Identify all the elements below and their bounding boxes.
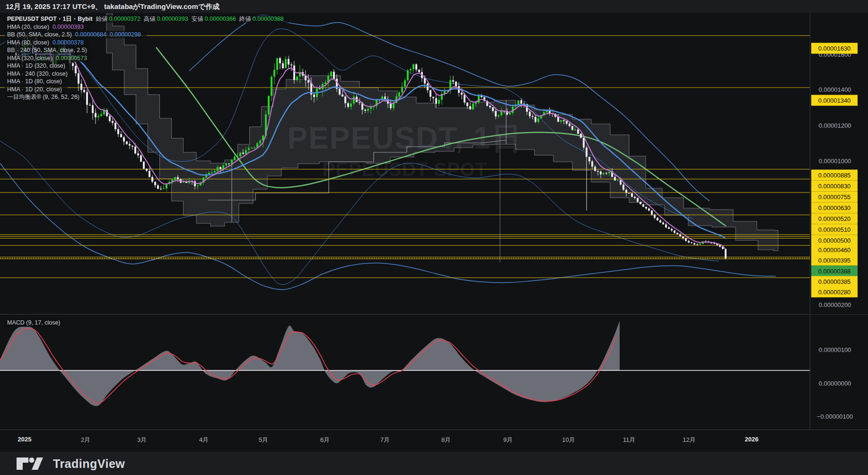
alert-price-tag[interactable]: 0.00001340 bbox=[811, 95, 858, 106]
candle-body bbox=[129, 144, 131, 145]
candle-body bbox=[532, 116, 534, 117]
candle-body bbox=[560, 120, 562, 122]
date-tick[interactable]: 8月 bbox=[441, 436, 451, 444]
candle-body bbox=[676, 233, 678, 234]
legend-row-0[interactable]: PEPEUSDT SPOT・1日・Bybit始値0.00000372高値0.00… bbox=[5, 15, 289, 23]
price-axis[interactable]: 0.000016000.000014000.000012000.00001000… bbox=[810, 13, 868, 430]
date-tick[interactable]: 11月 bbox=[623, 436, 636, 444]
legend-segment: 0.00000684 bbox=[75, 31, 106, 38]
current-price-tag[interactable]: 0.00000388 bbox=[811, 266, 858, 277]
legend-row-2[interactable]: BB (50, SMA, close, 2.5)0.000006840.0000… bbox=[5, 31, 289, 39]
legend-segment: 終値 bbox=[239, 16, 251, 22]
legend-segment: 高値 bbox=[144, 16, 156, 22]
candle-body bbox=[671, 229, 673, 230]
date-tick[interactable]: 10月 bbox=[562, 436, 575, 444]
date-axis[interactable]: 20252月3月4月5月6月7月8月9月10月11月12月2026 bbox=[0, 430, 868, 452]
candle-body bbox=[495, 111, 497, 117]
candle-body bbox=[157, 185, 159, 189]
price-tick: 0.00000100 bbox=[812, 346, 858, 353]
candle-body bbox=[418, 70, 420, 72]
candle-body bbox=[537, 118, 539, 122]
macd-area bbox=[0, 321, 620, 406]
alert-price-tag[interactable]: 0.00000395 bbox=[811, 255, 858, 266]
alert-price-tag[interactable]: 0.00000885 bbox=[811, 170, 858, 181]
candle-body bbox=[404, 80, 406, 87]
candle-body bbox=[571, 126, 573, 130]
alert-price-tag[interactable]: 0.00000630 bbox=[811, 202, 858, 213]
candle-body bbox=[239, 153, 241, 157]
legend-row-10[interactable]: 一目均衡表® (9, 26, 52, 26) bbox=[5, 93, 289, 101]
candle-body bbox=[197, 185, 199, 186]
legend-row-5[interactable]: HMA (320, close)0.00000573 bbox=[5, 54, 289, 62]
candle-body bbox=[143, 162, 145, 169]
date-tick[interactable]: 6月 bbox=[320, 436, 330, 444]
candle-body bbox=[163, 188, 165, 189]
macd-legend[interactable]: MACD (9, 17, close) bbox=[5, 319, 63, 326]
date-tick[interactable]: 12月 bbox=[683, 436, 695, 444]
alert-price-tag[interactable]: 0.00000830 bbox=[811, 181, 858, 192]
candle-body bbox=[427, 84, 429, 90]
candle-body bbox=[398, 92, 400, 97]
candle-body bbox=[657, 218, 658, 220]
legend-row-4[interactable]: BB · 240 (50, SMA, close, 2.5) bbox=[5, 46, 289, 54]
alert-price-tag[interactable]: 0.00000520 bbox=[811, 213, 858, 224]
candle-body bbox=[225, 163, 227, 165]
candle-body bbox=[696, 245, 698, 245]
legend-row-9[interactable]: HMA · 1D (20, close) bbox=[5, 86, 289, 94]
candle-body bbox=[438, 100, 440, 104]
alert-price-tag[interactable]: 0.00000280 bbox=[811, 287, 858, 298]
date-tick[interactable]: 7月 bbox=[380, 436, 390, 444]
candle-body bbox=[367, 109, 369, 111]
candle-body bbox=[120, 134, 122, 137]
candle-body bbox=[117, 129, 119, 134]
candle-body bbox=[605, 173, 607, 173]
candle-body bbox=[160, 189, 162, 189]
candle-body bbox=[339, 89, 341, 95]
candle-body bbox=[594, 167, 596, 171]
pane-separator[interactable] bbox=[0, 314, 868, 315]
candle-body bbox=[324, 82, 326, 84]
candle-body bbox=[313, 95, 315, 97]
legend-row-7[interactable]: HMA · 240 (320, close) bbox=[5, 70, 289, 78]
date-tick[interactable]: 2025 bbox=[18, 436, 32, 443]
date-tick[interactable]: 2026 bbox=[745, 436, 759, 443]
chart-area[interactable]: PEPEUSDT, 1日 PEPEUSDT SPOT PEPEUSDT SPOT… bbox=[0, 13, 868, 452]
candle-body bbox=[89, 105, 91, 106]
candle-body bbox=[466, 103, 468, 106]
candle-body bbox=[597, 171, 599, 171]
tradingview-wordmark[interactable]: TradingView bbox=[53, 457, 125, 471]
date-tick[interactable]: 3月 bbox=[137, 436, 147, 444]
legend-row-8[interactable]: HMA · 1D (80, close) bbox=[5, 78, 289, 86]
candle-body bbox=[430, 90, 431, 97]
date-tick[interactable]: 9月 bbox=[503, 436, 513, 444]
candle-body bbox=[588, 157, 590, 162]
candle-body bbox=[699, 244, 701, 245]
legend-row-6[interactable]: HMA · 1D (320, close) bbox=[5, 62, 289, 70]
candle-body bbox=[640, 202, 641, 204]
legend-row-3[interactable]: HMA (80, close)0.00000378 bbox=[5, 39, 289, 47]
candle-body bbox=[370, 107, 372, 109]
candle-body bbox=[520, 100, 522, 104]
alert-price-tag[interactable]: 0.00000460 bbox=[811, 245, 858, 255]
candle-body bbox=[208, 173, 210, 174]
candle-body bbox=[637, 198, 639, 202]
candle-body bbox=[665, 224, 667, 227]
candle-body bbox=[563, 120, 565, 121]
candle-body bbox=[390, 104, 392, 108]
legend-row-1[interactable]: HMA (20, close)0.00000393 bbox=[5, 23, 289, 31]
candle-body bbox=[342, 95, 343, 97]
candle-body bbox=[574, 130, 576, 130]
candle-body bbox=[154, 182, 156, 185]
legend-segment: 0.00000378 bbox=[53, 39, 84, 46]
macd-legend-text[interactable]: MACD (9, 17, close) bbox=[5, 318, 63, 327]
alert-price-tag[interactable]: 0.00001630 bbox=[811, 43, 858, 54]
tradingview-logo-icon[interactable] bbox=[16, 457, 46, 470]
legend-segment: 始値 bbox=[96, 16, 108, 22]
alert-price-tag[interactable]: 0.00000510 bbox=[811, 224, 858, 235]
candle-body bbox=[364, 110, 366, 111]
date-tick[interactable]: 2月 bbox=[81, 436, 90, 444]
date-tick[interactable]: 4月 bbox=[199, 436, 209, 444]
date-tick[interactable]: 5月 bbox=[259, 436, 268, 444]
alert-price-tag[interactable]: 0.00000755 bbox=[811, 192, 858, 202]
alert-price-tag[interactable]: 0.00000385 bbox=[811, 276, 858, 287]
